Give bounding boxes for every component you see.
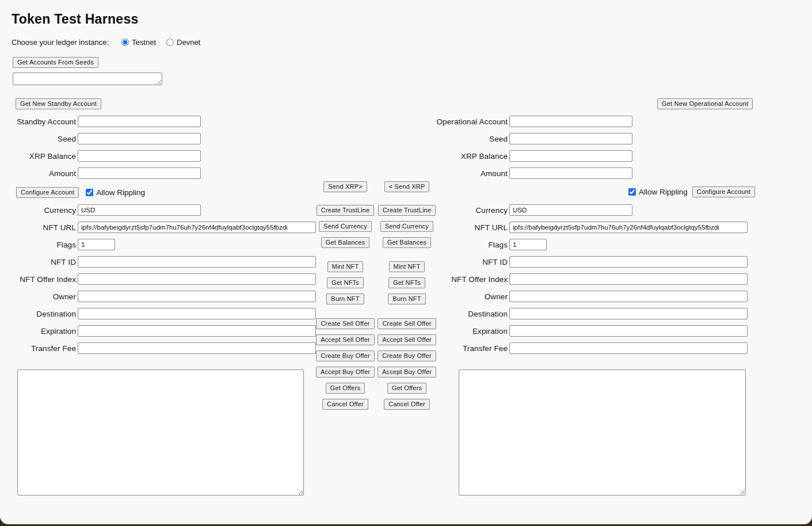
- get-accounts-from-seeds-button[interactable]: Get Accounts From Seeds: [13, 57, 98, 68]
- standby-create-sell-offer-button[interactable]: Create Sell Offer: [316, 318, 374, 329]
- operational-amount-label: Amount: [410, 169, 509, 178]
- standby-destination-row: Destination: [1, 308, 316, 319]
- standby-amount-row: Amount: [1, 167, 201, 179]
- operational-accept-buy-offer-button[interactable]: Accept Buy Offer: [378, 367, 436, 378]
- standby-amount-field[interactable]: [78, 167, 201, 179]
- operational-flags-label: Flags: [410, 241, 509, 249]
- standby-transfer-fee-label: Transfer Fee: [1, 344, 78, 353]
- standby-seed-field[interactable]: [78, 133, 201, 144]
- standby-seed-label: Seed: [1, 135, 78, 143]
- operational-seed-field[interactable]: [509, 133, 632, 144]
- standby-configure-account-button[interactable]: Configure Account: [16, 187, 79, 198]
- standby-currency-label: Currency: [1, 206, 78, 215]
- operational-nft-offer-index-label: NFT Offer Index: [410, 275, 509, 284]
- operational-nft-url-field[interactable]: [509, 222, 748, 233]
- operational-destination-row: Destination: [410, 308, 748, 319]
- get-new-standby-account-button[interactable]: Get New Standby Account: [16, 98, 101, 109]
- standby-cancel-offer-button[interactable]: Cancel Offer: [322, 399, 368, 410]
- standby-create-buy-offer-button[interactable]: Create Buy Offer: [316, 350, 375, 361]
- devnet-label: Devnet: [177, 38, 200, 47]
- operational-configure-row: Allow Rippling Configure Account: [628, 186, 755, 197]
- standby-allow-rippling-checkbox[interactable]: [86, 189, 93, 196]
- standby-nft-id-row: NFT ID: [1, 256, 316, 268]
- operational-nft-id-field[interactable]: [509, 256, 748, 268]
- operational-allow-rippling-checkbox[interactable]: [628, 188, 636, 196]
- operational-owner-field[interactable]: [509, 291, 748, 302]
- standby-get-nfts-button[interactable]: Get NFTs: [327, 277, 364, 288]
- standby-create-trustline-button[interactable]: Create TrustLine: [317, 205, 375, 216]
- standby-amount-label: Amount: [1, 169, 78, 178]
- standby-flags-row: Flags: [1, 239, 316, 250]
- standby-xrp-balance-label: XRP Balance: [1, 152, 78, 161]
- operational-cancel-offer-button[interactable]: Cancel Offer: [384, 399, 430, 410]
- standby-nft-offer-index-label: NFT Offer Index: [1, 275, 78, 284]
- standby-mint-nft-button[interactable]: Mint NFT: [327, 261, 364, 272]
- operational-nft-offer-index-field[interactable]: [509, 273, 748, 285]
- standby-destination-field[interactable]: [78, 308, 316, 319]
- standby-nft-url-label: NFT URL: [1, 223, 78, 232]
- operational-transfer-fee-label: Transfer Fee: [410, 344, 509, 353]
- operational-allow-rippling-label: Allow Rippling: [639, 188, 688, 196]
- standby-expiration-label: Expiration: [1, 327, 78, 336]
- testnet-option[interactable]: Testnet: [121, 38, 156, 47]
- standby-xrp-balance-field[interactable]: [78, 150, 201, 162]
- operational-amount-field[interactable]: [509, 167, 632, 179]
- operational-owner-row: Owner: [410, 291, 748, 302]
- operational-configure-account-button[interactable]: Configure Account: [692, 186, 755, 197]
- standby-flags-field[interactable]: [78, 239, 115, 250]
- standby-account-row: Standby Account: [1, 116, 201, 127]
- standby-transfer-fee-field[interactable]: [78, 342, 316, 354]
- operational-account-label: Operational Account: [410, 117, 509, 126]
- standby-destination-label: Destination: [1, 310, 78, 318]
- ledger-instance-label: Choose your ledger instance:: [12, 38, 109, 47]
- operational-get-offers-button[interactable]: Get Offers: [387, 383, 427, 394]
- standby-nft-url-field[interactable]: [78, 222, 316, 233]
- standby-nft-id-field[interactable]: [78, 256, 316, 268]
- devnet-option[interactable]: Devnet: [166, 38, 200, 47]
- operational-token-form: Currency NFT URL Flags NFT ID NFT Offer …: [410, 204, 748, 360]
- operational-flags-row: Flags: [410, 239, 748, 250]
- operational-nft-url-row: NFT URL: [410, 222, 748, 233]
- standby-get-balances-button[interactable]: Get Balances: [321, 237, 369, 248]
- operational-xrp-balance-field[interactable]: [509, 150, 632, 162]
- standby-xrp-balance-row: XRP Balance: [1, 150, 201, 162]
- standby-transfer-fee-row: Transfer Fee: [1, 342, 316, 354]
- get-new-operational-account-button[interactable]: Get New Operational Account: [657, 98, 753, 109]
- standby-nft-offer-index-field[interactable]: [78, 273, 316, 285]
- operational-currency-field[interactable]: [509, 204, 632, 216]
- standby-accept-buy-offer-button[interactable]: Accept Buy Offer: [316, 367, 375, 378]
- standby-accept-sell-offer-button[interactable]: Accept Sell Offer: [316, 334, 375, 345]
- operational-results-textarea[interactable]: [459, 369, 746, 495]
- standby-nft-url-row: NFT URL: [1, 222, 316, 233]
- testnet-radio[interactable]: [121, 39, 129, 46]
- standby-owner-field[interactable]: [78, 291, 316, 302]
- operational-amount-row: Amount: [410, 167, 632, 179]
- standby-results-textarea[interactable]: [17, 369, 304, 495]
- operational-account-field[interactable]: [509, 116, 632, 127]
- operational-xrp-balance-label: XRP Balance: [410, 152, 509, 161]
- devnet-radio[interactable]: [166, 39, 174, 46]
- standby-send-xrp-button[interactable]: Send XRP>: [323, 181, 367, 192]
- standby-send-currency-button[interactable]: Send Currency: [319, 221, 372, 232]
- operational-nft-url-label: NFT URL: [410, 223, 509, 232]
- standby-currency-field[interactable]: [78, 204, 201, 216]
- operational-nft-id-row: NFT ID: [410, 256, 748, 268]
- seeds-textarea[interactable]: [13, 73, 162, 85]
- standby-burn-nft-button[interactable]: Burn NFT: [326, 294, 364, 304]
- operational-transfer-fee-row: Transfer Fee: [410, 342, 748, 354]
- operational-destination-field[interactable]: [509, 308, 748, 319]
- operational-flags-field[interactable]: [509, 239, 547, 250]
- operational-currency-row: Currency: [410, 204, 748, 216]
- standby-token-form: Currency NFT URL Flags NFT ID NFT Offer …: [1, 204, 316, 360]
- standby-owner-label: Owner: [1, 292, 78, 301]
- standby-get-offers-button[interactable]: Get Offers: [326, 383, 365, 394]
- operational-transfer-fee-field[interactable]: [509, 342, 748, 354]
- operational-expiration-field[interactable]: [509, 325, 748, 337]
- standby-account-field[interactable]: [78, 116, 201, 127]
- ledger-instance-chooser: Choose your ledger instance: Testnet Dev…: [12, 37, 211, 47]
- standby-expiration-field[interactable]: [78, 325, 316, 337]
- operational-seed-row: Seed: [410, 133, 632, 144]
- standby-expiration-row: Expiration: [1, 325, 316, 337]
- standby-account-label: Standby Account: [1, 117, 78, 126]
- standby-currency-row: Currency: [1, 204, 316, 216]
